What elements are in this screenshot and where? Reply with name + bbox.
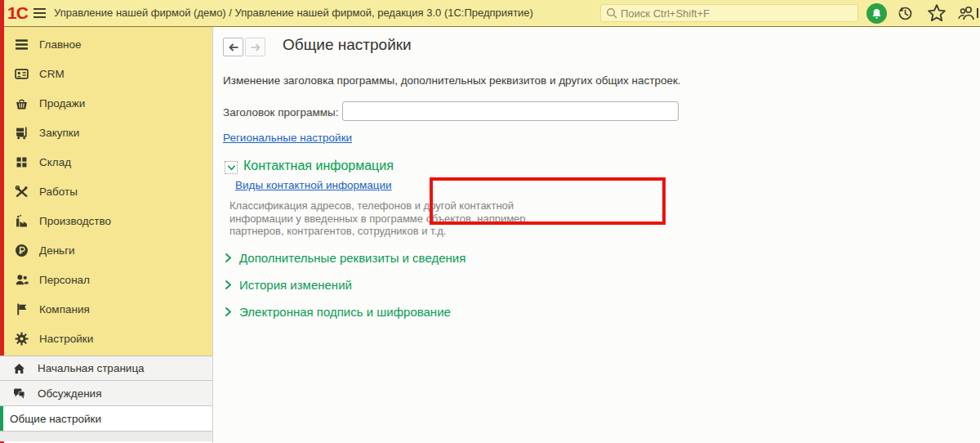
chat-icon: [12, 387, 26, 400]
1c-logo: 1С: [7, 3, 28, 23]
description-line: партнеров, контрагентов, сотрудников и т…: [229, 225, 528, 238]
tab-general-settings-active[interactable]: Общие настройки: [0, 406, 212, 432]
sidebar-item-label: Настройки: [39, 333, 93, 345]
section-label: Электронная подпись и шифрование: [239, 305, 451, 319]
home-icon: [12, 362, 26, 375]
sidebar-item-glavnoe[interactable]: Главное: [0, 29, 212, 59]
favorites-star-icon[interactable]: [928, 4, 946, 21]
sidebar-item-raboty[interactable]: Работы: [0, 177, 212, 206]
taskbar-empty-strip: [0, 432, 212, 441]
description-line: Классификация адресов, телефонов и друго…: [229, 199, 528, 213]
boxes-icon: [15, 155, 29, 169]
section-label: История изменений: [239, 278, 352, 292]
chevron-down-icon: [227, 164, 236, 172]
sidebar-item-label: CRM: [39, 68, 65, 80]
people-icon: [15, 273, 29, 287]
sidebar-item-label: Производство: [39, 215, 111, 227]
chevron-right-icon: [225, 253, 232, 263]
section-sidebar: Главное CRM Продажи: [0, 27, 212, 356]
sidebar-item-dengi[interactable]: Деньги: [0, 235, 212, 265]
sidebar-item-crm[interactable]: CRM: [0, 59, 212, 88]
search-input[interactable]: [621, 7, 841, 20]
tab-label: Обсуждения: [38, 387, 101, 400]
arrow-right-icon: [250, 43, 261, 52]
users-icon[interactable]: [956, 5, 978, 21]
section-label: Дополнительные реквизиты и сведения: [239, 251, 466, 265]
sidebar-item-label: Склад: [39, 156, 71, 168]
chevron-right-icon: [225, 280, 232, 290]
program-title-input[interactable]: [342, 101, 679, 121]
sidebar-item-sklad[interactable]: Склад: [0, 147, 212, 177]
sidebar-item-personal[interactable]: Персонал: [0, 265, 212, 294]
sidebar-item-label: Работы: [39, 186, 78, 198]
sidebar-item-label: Закупки: [39, 127, 79, 139]
flag-icon: [15, 302, 29, 316]
ruble-icon: [15, 244, 29, 257]
regional-settings-link[interactable]: Региональные настройки: [223, 132, 352, 144]
page-title: Общие настройки: [283, 36, 412, 54]
sidebar-item-label: Главное: [39, 38, 82, 51]
section-additional-attributes[interactable]: Дополнительные реквизиты и сведения: [225, 248, 466, 266]
tab-label: Общие настройки: [10, 413, 101, 425]
sidebar-item-zakupki[interactable]: Закупки: [0, 118, 212, 147]
main-menu-icon[interactable]: [33, 8, 46, 19]
cut-off-icon: [977, 8, 978, 18]
global-search[interactable]: [600, 4, 858, 22]
arrow-left-icon: [228, 43, 239, 52]
window-title: Управление нашей фирмой (демо) / Управле…: [54, 0, 533, 26]
sidebar-item-nastroyki[interactable]: Настройки: [0, 324, 212, 353]
program-title-label: Заголовок программы:: [223, 106, 339, 119]
gear-icon: [15, 332, 29, 346]
active-tab-indicator: [0, 406, 3, 431]
tab-discussions[interactable]: Обсуждения: [0, 381, 212, 406]
chevron-right-icon: [225, 307, 232, 317]
notifications-bell-icon[interactable]: [866, 3, 887, 24]
history-nav: [223, 38, 265, 56]
section-change-history[interactable]: История изменений: [225, 275, 352, 293]
forward-button[interactable]: [245, 38, 265, 56]
contact-card-icon: [15, 67, 29, 81]
factory-icon: [15, 214, 29, 228]
tab-home-page[interactable]: Начальная страница: [0, 356, 212, 381]
history-icon[interactable]: [897, 5, 913, 21]
back-button[interactable]: [223, 38, 243, 56]
menu-lines-icon: [15, 38, 29, 51]
page-description: Изменение заголовка программы, дополните…: [223, 74, 681, 87]
sidebar-item-label: Персонал: [39, 274, 90, 286]
sidebar-item-label: Компания: [39, 303, 90, 315]
contact-info-section-title[interactable]: Контактная информация: [243, 159, 394, 173]
search-icon: [606, 7, 617, 19]
basket-icon: [15, 96, 29, 110]
section-digital-signature[interactable]: Электронная подпись и шифрование: [225, 302, 451, 320]
tools-icon: [15, 185, 29, 199]
trolley-icon: [15, 126, 29, 140]
contact-info-kinds-link[interactable]: Виды контактной информации: [235, 179, 392, 191]
main-content: Общие настройки Изменение заголовка прог…: [212, 27, 980, 443]
sidebar-item-prodazhi[interactable]: Продажи: [0, 88, 212, 118]
sidebar-item-label: Продажи: [39, 97, 85, 110]
top-bar: 1С Управление нашей фирмой (демо) / Упра…: [0, 0, 980, 27]
sidebar-item-proizvodstvo[interactable]: Производство: [0, 206, 212, 235]
description-line: информации у введенных в программе объек…: [229, 213, 528, 226]
tab-label: Начальная страница: [38, 362, 145, 374]
sidebar-item-label: Деньги: [39, 244, 75, 257]
open-windows-tabs: Начальная страница Обсуждения Общие наст…: [0, 356, 212, 441]
collapse-toggle[interactable]: [225, 161, 238, 174]
app-window: 1С Управление нашей фирмой (демо) / Упра…: [0, 0, 980, 443]
contact-info-description: Классификация адресов, телефонов и друго…: [229, 199, 528, 238]
sidebar-item-kompaniya[interactable]: Компания: [0, 294, 212, 324]
